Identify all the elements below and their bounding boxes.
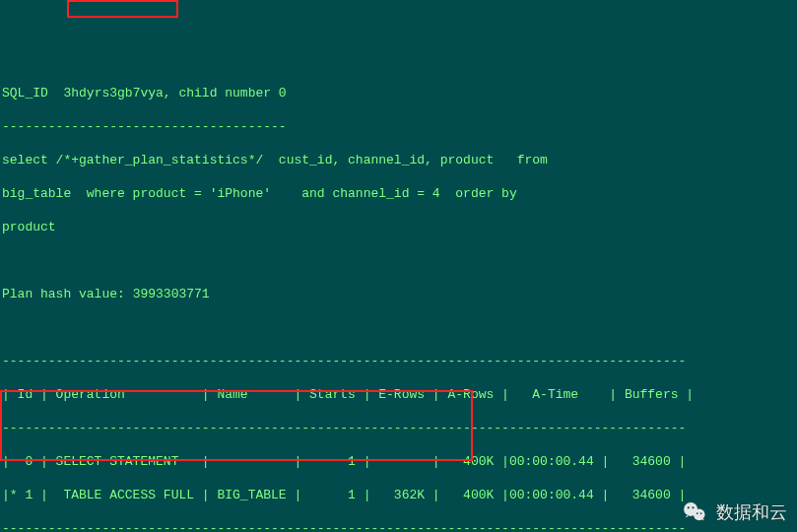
wechat-icon — [681, 499, 708, 526]
dashes-header: ------------------------------------- — [0, 118, 797, 135]
terminal-output: SQL_ID 3hdyrs3gb7vya, child number 0 ---… — [0, 67, 797, 532]
svg-point-3 — [692, 506, 694, 508]
sql-id-label: SQL_ID — [2, 86, 48, 100]
plan-header-row: | Id | Operation | Name | Starts | E-Row… — [0, 386, 797, 403]
blank-line — [0, 319, 797, 336]
watermark-text: 数据和云 — [716, 504, 787, 521]
plan-row-1: |* 1 | TABLE ACCESS FULL | BIG_TABLE | 1… — [0, 487, 797, 503]
plan-sep-bot: ----------------------------------------… — [0, 520, 797, 532]
line-sqlid: SQL_ID 3hdyrs3gb7vya, child number 0 — [0, 85, 797, 101]
svg-point-4 — [697, 512, 698, 514]
watermark: 数据和云 — [681, 499, 787, 526]
query-line-3: product — [0, 219, 797, 235]
sql-id-value: 3hdyrs3gb7vya — [63, 86, 163, 100]
child-number: child number 0 — [178, 86, 286, 100]
plan-sep-mid: ----------------------------------------… — [0, 420, 797, 436]
blank-line — [0, 252, 797, 269]
plan-hash-line: Plan hash value: 3993303771 — [0, 286, 797, 302]
svg-point-1 — [694, 509, 705, 521]
plan-hash-label: Plan hash value: — [2, 287, 125, 301]
highlight-box-sqlid — [67, 0, 178, 18]
query-line-2: big_table where product = 'iPhone' and c… — [0, 185, 797, 202]
plan-sep-top: ----------------------------------------… — [0, 353, 797, 369]
svg-point-2 — [688, 506, 690, 508]
plan-hash-value: 3993303771 — [133, 287, 210, 301]
svg-point-5 — [700, 512, 702, 514]
plan-row-0: | 0 | SELECT STATEMENT | | 1 | | 400K |0… — [0, 453, 797, 470]
query-line-1: select /*+gather_plan_statistics*/ cust_… — [0, 152, 797, 168]
